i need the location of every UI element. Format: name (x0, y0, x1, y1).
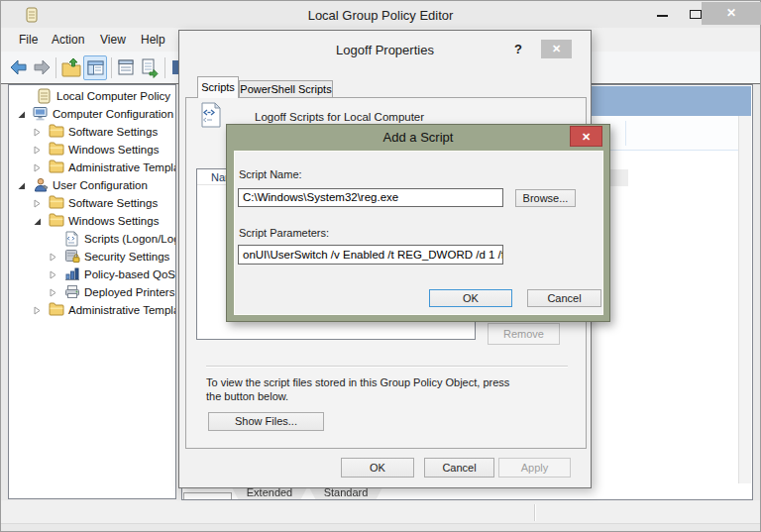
tree-item-deployed-printers[interactable]: Deployed Printers (9, 283, 175, 301)
add-script-dialog: Add a Script ✕ Script Name: C:\Windows\S… (226, 124, 610, 322)
gpedit-window: Local Group Policy Editor ✕ File Action … (0, 0, 761, 532)
toolbar-separator (55, 57, 56, 78)
user-icon (33, 177, 49, 193)
tree-item-label: Software Settings (68, 126, 158, 138)
expand-arrow-icon[interactable] (49, 287, 57, 296)
bottom-tab-lead (183, 492, 232, 500)
tree-item-scripts-logon-logoff-[interactable]: Scripts (Logon/Logoff) (9, 230, 175, 248)
tree-item-administrative-templates[interactable]: Administrative Templates (9, 159, 175, 176)
properties-icon[interactable] (116, 57, 136, 78)
tab-powershell-scripts[interactable]: PowerShell Scripts (239, 80, 333, 98)
cancel-button[interactable]: Cancel (527, 289, 601, 307)
browse-button[interactable]: Browse... (515, 189, 576, 207)
forward-icon[interactable] (32, 57, 52, 78)
tree-item-label: Windows Settings (68, 215, 159, 227)
tree-item-administrative-templates[interactable]: Administrative Templates (9, 301, 175, 319)
ok-button[interactable]: OK (341, 458, 414, 478)
info-text-line1: To view the script files stored in this … (206, 376, 509, 388)
tree-item-label: Windows Settings (68, 144, 159, 156)
status-bar (1, 500, 760, 524)
export-list-icon[interactable] (140, 57, 160, 78)
column-separator (625, 121, 626, 146)
console-tree[interactable]: Local Computer PolicyComputer Configurat… (8, 84, 176, 499)
collapse-arrow-icon[interactable] (17, 180, 26, 189)
tree-item-security-settings[interactable]: Security Settings (9, 248, 175, 266)
expand-arrow-icon[interactable] (33, 198, 42, 207)
collapse-arrow-icon[interactable] (33, 216, 42, 225)
toolbar-separator (111, 57, 112, 78)
folder-icon (49, 160, 64, 175)
script-name-value: C:\Windows\System32\reg.exe (243, 191, 398, 203)
up-one-level-icon[interactable] (61, 57, 81, 78)
status-separator (534, 504, 535, 521)
collapse-arrow-icon[interactable] (17, 109, 26, 118)
tree-item-windows-settings[interactable]: Windows Settings (9, 141, 175, 159)
expand-arrow-icon[interactable] (33, 145, 42, 154)
tree-item-label: Administrative Templates (68, 304, 176, 316)
toolbar-separator (164, 57, 165, 78)
folder-icon (49, 124, 64, 140)
close-icon[interactable]: ✕ (570, 126, 602, 147)
tree-item-local-computer-policy[interactable]: Local Computer Policy (9, 87, 175, 105)
tree-item-label: Administrative Templates (68, 161, 176, 173)
folder-icon (49, 302, 64, 318)
menu-help[interactable]: Help (141, 33, 165, 47)
script-parameters-input[interactable]: onUI\UserSwitch /v Enabled /t REG_DWORD … (238, 245, 503, 265)
folder-icon (49, 213, 64, 229)
console-tree-toggle-icon[interactable] (83, 55, 107, 80)
dialog-title: Logoff Properties (179, 43, 591, 57)
expand-arrow-icon[interactable] (49, 252, 57, 261)
close-icon[interactable]: ✕ (541, 40, 572, 58)
computer-icon (33, 106, 49, 122)
tree-item-label: Scripts (Logon/Logoff) (84, 233, 176, 245)
dialog-title: Add a Script (227, 130, 609, 145)
menu-action[interactable]: Action (52, 33, 84, 47)
scripts-icon (64, 231, 80, 247)
tree-item-label: Software Settings (68, 197, 158, 209)
expand-arrow-icon[interactable] (33, 162, 42, 171)
minimize-button[interactable] (650, 5, 676, 23)
help-button[interactable]: ? (511, 42, 525, 57)
folder-icon (49, 195, 64, 211)
title-bar[interactable]: Local Group Policy Editor ✕ (1, 1, 760, 28)
tree-item-label: Security Settings (84, 251, 169, 263)
tree-item-label: Deployed Printers (84, 286, 174, 298)
script-name-input[interactable]: C:\Windows\System32\reg.exe (238, 188, 503, 207)
tree-item-user-configuration[interactable]: User Configuration (9, 176, 175, 194)
expand-arrow-icon[interactable] (33, 305, 42, 314)
ok-button[interactable]: OK (429, 289, 512, 307)
folder-icon (49, 142, 64, 158)
tree-item-software-settings[interactable]: Software Settings (9, 123, 175, 141)
window-bottom-edge (1, 523, 760, 524)
info-text-line2: the button below. (206, 390, 288, 402)
tree-item-windows-settings[interactable]: Windows Settings (9, 212, 175, 230)
tree-item-computer-configuration[interactable]: Computer Configuration (9, 105, 175, 123)
apply-button[interactable]: Apply (498, 458, 571, 478)
tree-item-software-settings[interactable]: Software Settings (9, 194, 175, 212)
tree-item-label: Policy-based QoS (84, 268, 175, 280)
vertical-scrollbar[interactable] (738, 116, 751, 483)
expand-arrow-icon[interactable] (33, 127, 42, 136)
script-parameters-label: Script Parameters: (239, 227, 329, 239)
separator-line (206, 366, 568, 368)
back-icon[interactable] (9, 57, 29, 78)
policy-icon (37, 88, 53, 104)
tree-item-policy-based-qos[interactable]: Policy-based QoS (9, 266, 175, 283)
cancel-button[interactable]: Cancel (424, 458, 494, 478)
close-button[interactable]: ✕ (702, 2, 761, 25)
remove-button[interactable]: Remove (488, 323, 560, 345)
tab-page-caption: Logoff Scripts for Local Computer (255, 111, 424, 123)
script-name-label: Script Name: (239, 168, 302, 180)
show-files-button[interactable]: Show Files... (208, 412, 324, 431)
menu-view[interactable]: View (100, 33, 126, 47)
script-parameters-value: onUI\UserSwitch /v Enabled /t REG_DWORD … (243, 249, 503, 261)
script-page-icon (198, 102, 224, 128)
tree-item-label: Computer Configuration (53, 108, 173, 120)
tree-item-label: User Configuration (53, 179, 148, 191)
tab-scripts[interactable]: Scripts (197, 76, 239, 98)
expand-arrow-icon[interactable] (49, 269, 57, 278)
printer-icon (64, 284, 80, 300)
add-script-body: Script Name: C:\Windows\System32\reg.exe… (234, 151, 603, 315)
menu-file[interactable]: File (19, 33, 38, 47)
window-title: Local Group Policy Editor (1, 8, 760, 23)
